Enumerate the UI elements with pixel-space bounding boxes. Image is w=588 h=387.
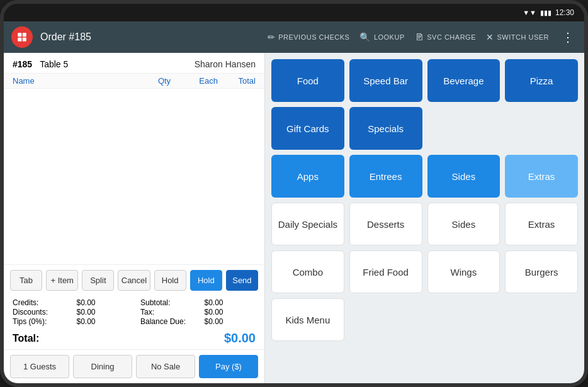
device: ▼▼ ▮▮▮ 12:30 Order #185 ✏ PREVIOUS CHECK…	[0, 0, 588, 387]
gift-cards-button[interactable]: Gift Cards	[271, 107, 344, 150]
more-menu-button[interactable]: ⋮	[559, 30, 577, 45]
order-info: #185 Table 5	[13, 59, 68, 69]
tax-label: Tax:	[140, 308, 192, 317]
status-time: 12:30	[555, 8, 574, 17]
food-button[interactable]: Food	[271, 59, 344, 102]
subtotal-val: $0.00	[205, 298, 256, 307]
balance-due-val: $0.00	[205, 317, 256, 326]
order-header: #185 Table 5 Sharon Hansen	[4, 53, 264, 74]
menu-row-6: Kids Menu	[271, 298, 578, 341]
action-buttons: Tab + Item Split Cancel Hold Hold Send	[4, 264, 264, 296]
app-container: Order #185 ✏ PREVIOUS CHECKS 🔍 LOOKUP 🖹 …	[4, 21, 584, 383]
extras-white-button[interactable]: Extras	[505, 203, 578, 245]
lookup-button[interactable]: 🔍 LOOKUP	[359, 32, 404, 42]
specials-button[interactable]: Specials	[349, 107, 422, 150]
logo-icon	[16, 31, 28, 43]
total-row: Total: $0.00	[4, 330, 264, 349]
combo-button[interactable]: Combo	[271, 250, 344, 293]
order-title: Order #185	[40, 31, 260, 43]
previous-checks-button[interactable]: ✏ PREVIOUS CHECKS	[268, 32, 350, 42]
credits-label: Credits:	[13, 298, 64, 307]
hold-blue-button[interactable]: Hold	[190, 270, 222, 291]
switch-user-button[interactable]: ✕ SWITCH USER	[486, 32, 549, 42]
no-sale-button[interactable]: No Sale	[136, 355, 195, 378]
subtotals-vals-left: $0.00 $0.00 $0.00	[77, 298, 128, 326]
status-icons: ▼▼ ▮▮▮ 12:30	[523, 8, 574, 17]
right-panel: Food Speed Bar Beverage Pizza Gift Cards…	[265, 53, 584, 383]
add-item-button[interactable]: + Item	[46, 270, 78, 291]
send-button[interactable]: Send	[226, 270, 258, 291]
split-button[interactable]: Split	[82, 270, 114, 291]
subtotals-labels-right: Subtotal: Tax: Balance Due:	[140, 298, 192, 326]
svc-charge-button[interactable]: 🖹 SVC CHARGE	[415, 32, 476, 42]
speed-bar-button[interactable]: Speed Bar	[349, 59, 422, 102]
svg-rect-1	[23, 33, 26, 36]
svc-charge-label: SVC CHARGE	[427, 33, 476, 41]
previous-checks-label: PREVIOUS CHECKS	[278, 33, 349, 41]
column-headers: Name Qty Each Total	[4, 74, 264, 89]
sides-blue-button[interactable]: Sides	[427, 155, 500, 198]
hold-gray-button[interactable]: Hold	[154, 270, 186, 291]
svg-rect-2	[18, 38, 21, 42]
credits-val: $0.00	[77, 298, 128, 307]
subtotals-area: Credits: Discounts: Tips (0%): $0.00 $0.…	[4, 296, 264, 330]
server-name: Sharon Hansen	[195, 59, 256, 69]
switch-user-label: SWITCH USER	[497, 33, 550, 41]
status-bar: ▼▼ ▮▮▮ 12:30	[4, 4, 584, 21]
sides-white-button[interactable]: Sides	[427, 203, 500, 245]
total-value: $0.00	[224, 331, 256, 345]
daily-specials-button[interactable]: Daily Specials	[271, 203, 344, 245]
table-name: Table 5	[40, 59, 68, 69]
menu-row-2: Gift Cards Specials	[271, 107, 578, 150]
tips-label: Tips (0%):	[13, 317, 64, 326]
wings-button[interactable]: Wings	[427, 250, 500, 293]
discounts-val: $0.00	[77, 308, 128, 317]
menu-row-1: Food Speed Bar Beverage Pizza	[271, 59, 578, 102]
pencil-icon: ✏	[268, 32, 276, 42]
col-name-header: Name	[13, 76, 149, 86]
total-label: Total:	[13, 333, 39, 344]
lookup-label: LOOKUP	[374, 33, 405, 41]
apps-button[interactable]: Apps	[271, 155, 344, 198]
menu-row-5: Combo Fried Food Wings Burgers	[271, 250, 578, 293]
balance-due-label: Balance Due:	[140, 317, 192, 326]
cancel-button[interactable]: Cancel	[118, 270, 150, 291]
col-qty-header: Qty	[149, 76, 180, 86]
desserts-button[interactable]: Desserts	[349, 203, 422, 245]
burgers-button[interactable]: Burgers	[505, 250, 578, 293]
svg-rect-0	[18, 33, 21, 36]
subtotal-label: Subtotal:	[140, 298, 192, 307]
beverage-button[interactable]: Beverage	[427, 59, 500, 102]
bottom-nav: 1 Guests Dining No Sale Pay ($)	[4, 349, 264, 383]
menu-row-3: Apps Entrees Sides Extras	[271, 155, 578, 198]
entrees-button[interactable]: Entrees	[349, 155, 422, 198]
battery-icon: ▮▮▮	[540, 9, 551, 17]
search-icon: 🔍	[359, 32, 371, 42]
kids-menu-button[interactable]: Kids Menu	[271, 298, 344, 341]
register-icon: 🖹	[415, 32, 424, 42]
tab-button[interactable]: Tab	[10, 270, 42, 291]
col-each-header: Each	[180, 76, 218, 86]
discounts-label: Discounts:	[13, 308, 64, 317]
subtotals-labels-left: Credits: Discounts: Tips (0%):	[13, 298, 64, 326]
menu-row-4: Daily Specials Desserts Sides Extras	[271, 203, 578, 245]
logo-button[interactable]	[11, 26, 33, 48]
extras-blue-button[interactable]: Extras	[505, 155, 578, 198]
svg-rect-3	[23, 38, 26, 42]
fried-food-button[interactable]: Fried Food	[349, 250, 422, 293]
dining-button[interactable]: Dining	[73, 355, 132, 378]
nav-actions: ✏ PREVIOUS CHECKS 🔍 LOOKUP 🖹 SVC CHARGE …	[268, 30, 577, 45]
switch-icon: ✕	[486, 32, 494, 42]
pizza-button[interactable]: Pizza	[505, 59, 578, 102]
order-number: #185	[13, 59, 32, 69]
item-list	[4, 89, 264, 264]
top-nav: Order #185 ✏ PREVIOUS CHECKS 🔍 LOOKUP 🖹 …	[4, 21, 584, 53]
guests-button[interactable]: 1 Guests	[10, 355, 69, 378]
tips-val: $0.00	[77, 317, 128, 326]
pay-button[interactable]: Pay ($)	[199, 355, 258, 378]
main-content: #185 Table 5 Sharon Hansen Name Qty Each…	[4, 53, 584, 383]
col-total-header: Total	[218, 76, 256, 86]
tax-val: $0.00	[205, 308, 256, 317]
wifi-icon: ▼▼	[523, 9, 536, 16]
left-panel: #185 Table 5 Sharon Hansen Name Qty Each…	[4, 53, 265, 383]
